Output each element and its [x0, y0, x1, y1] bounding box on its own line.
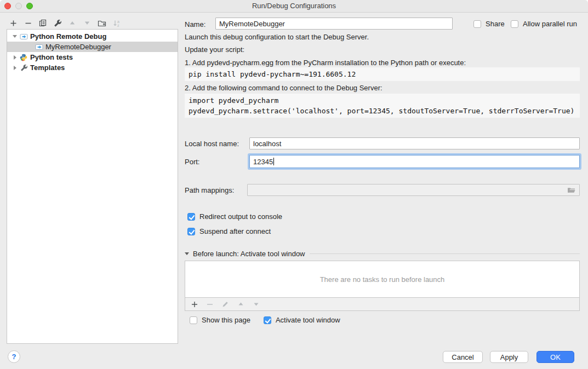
add-task-icon[interactable]	[190, 300, 199, 309]
wrench-icon	[19, 64, 28, 72]
minimize-window-button[interactable]	[15, 3, 22, 9]
run-config-icon	[19, 32, 28, 41]
show-this-page-label: Show this page	[202, 316, 250, 324]
pip-install-code: pip install pydevd-pycharm~=191.6605.12	[185, 67, 580, 81]
run-config-icon	[35, 43, 43, 51]
edit-task-icon	[221, 300, 230, 309]
zoom-window-button[interactable]	[26, 3, 33, 9]
new-folder-icon[interactable]	[98, 19, 106, 27]
tree-item-python-tests[interactable]: Python tests	[7, 52, 178, 62]
settrace-code-line2: pydevd_pycharm.settrace('localhost', por…	[189, 107, 574, 115]
redirect-output-checkbox[interactable]: Redirect output to console	[187, 212, 282, 221]
python-icon	[19, 53, 28, 61]
before-launch-empty-text: There are no tasks to run before launch	[320, 275, 445, 284]
svg-text:a: a	[117, 19, 119, 23]
checkbox-box[interactable]	[473, 20, 481, 28]
sort-alphabetically-icon: az	[112, 19, 121, 27]
close-window-button[interactable]	[4, 3, 11, 9]
path-mappings-label: Path mappings:	[185, 186, 234, 194]
run-debug-configurations-dialog: Run/Debug Configurations az Python Remot…	[0, 0, 588, 369]
browse-folder-icon[interactable]	[567, 187, 576, 194]
traffic-lights	[4, 3, 33, 9]
svg-text:z: z	[117, 24, 119, 27]
chevron-right-icon[interactable]	[10, 66, 19, 70]
chevron-right-icon[interactable]	[10, 55, 19, 60]
cancel-button[interactable]: Cancel	[443, 351, 483, 363]
move-down-icon	[83, 19, 92, 27]
port-input[interactable]: 12345	[249, 155, 580, 168]
settrace-code: import pydevd_pycharm pydevd_pycharm.set…	[185, 94, 580, 118]
edit-templates-icon[interactable]	[53, 19, 62, 27]
text-cursor	[273, 158, 274, 165]
section-divider	[310, 253, 580, 254]
step2-text: 2. Add the following command to connect …	[185, 84, 383, 92]
suspend-after-connect-label: Suspend after connect	[199, 227, 271, 235]
tree-item-python-remote-debug[interactable]: Python Remote Debug	[7, 31, 178, 42]
before-launch-empty-area: There are no tasks to run before launch	[185, 261, 579, 297]
configurations-tree: Python Remote Debug MyRemoteDebugger Pyt…	[7, 29, 178, 344]
tree-item-label: Python tests	[30, 53, 73, 61]
activate-tool-window-label: Activate tool window	[276, 316, 340, 324]
before-launch-section-header[interactable]: Before launch: Activate tool window	[185, 250, 580, 258]
window-title: Run/Debug Configurations	[0, 0, 588, 12]
name-label: Name:	[185, 20, 205, 28]
configurations-toolbar: az	[9, 17, 121, 29]
apply-button[interactable]: Apply	[490, 351, 528, 363]
local-host-name-input[interactable]: localhost	[249, 137, 580, 149]
share-label: Share	[486, 20, 505, 28]
show-this-page-checkbox[interactable]: Show this page Activate tool window	[190, 316, 340, 324]
tree-item-templates[interactable]: Templates	[7, 62, 178, 73]
copy-configuration-icon[interactable]	[38, 19, 47, 27]
move-task-up-icon	[236, 300, 245, 309]
intro-text: Launch this debug configuration to start…	[185, 33, 369, 41]
share-checkbox[interactable]: Share	[473, 20, 505, 28]
allow-parallel-run-checkbox[interactable]: Allow parallel run	[511, 20, 577, 28]
title-bar: Run/Debug Configurations	[0, 0, 588, 13]
settrace-code-line1: import pydevd_pycharm	[189, 96, 278, 105]
add-configuration-icon[interactable]	[9, 19, 18, 27]
help-button[interactable]: ?	[8, 350, 20, 363]
suspend-after-connect-checkbox[interactable]: Suspend after connect	[187, 227, 271, 235]
chevron-down-icon[interactable]	[185, 252, 189, 255]
allow-parallel-run-label: Allow parallel run	[523, 20, 577, 28]
step1-text: 1. Add pydevd-pycharm.egg from the PyCha…	[185, 59, 466, 67]
local-host-name-label: Local host name:	[185, 140, 239, 148]
before-launch-task-list: There are no tasks to run before launch	[185, 261, 580, 311]
move-up-icon	[68, 19, 77, 27]
remove-configuration-icon[interactable]	[24, 19, 32, 27]
redirect-output-label: Redirect output to console	[199, 212, 282, 221]
checkbox-box[interactable]	[187, 228, 195, 235]
path-mappings-input[interactable]	[247, 184, 580, 196]
ok-button[interactable]: OK	[536, 351, 574, 363]
checkbox-box[interactable]	[187, 213, 195, 221]
move-task-down-icon	[252, 300, 260, 309]
tree-item-myremotedebugger[interactable]: MyRemoteDebugger	[7, 42, 178, 52]
port-label: Port:	[185, 158, 199, 166]
tree-item-label: MyRemoteDebugger	[45, 43, 111, 51]
tree-item-label: Python Remote Debug	[30, 32, 106, 41]
remove-task-icon	[205, 300, 214, 309]
chevron-down-icon[interactable]	[10, 35, 19, 38]
before-launch-toolbar	[185, 297, 579, 310]
update-script-text: Update your script:	[185, 45, 244, 54]
name-input[interactable]: MyRemoteDebugger	[215, 18, 453, 30]
checkbox-box[interactable]	[190, 316, 197, 324]
activate-tool-window-checkbox[interactable]	[264, 316, 271, 324]
before-launch-title: Before launch: Activate tool window	[193, 250, 305, 258]
checkbox-box[interactable]	[511, 20, 518, 28]
tree-item-label: Templates	[30, 64, 65, 72]
